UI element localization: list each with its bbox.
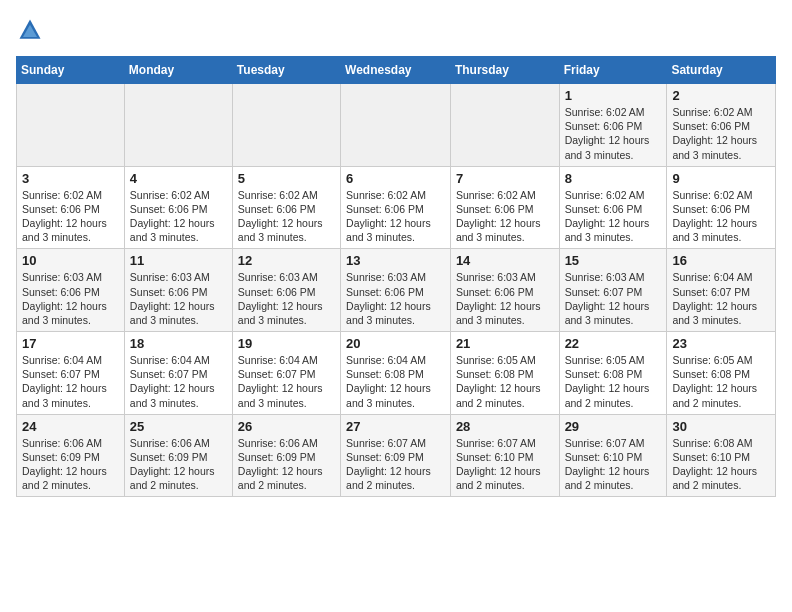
- day-info: Sunrise: 6:05 AM Sunset: 6:08 PM Dayligh…: [672, 353, 770, 410]
- day-number: 19: [238, 336, 335, 351]
- calendar-cell: 29Sunrise: 6:07 AM Sunset: 6:10 PM Dayli…: [559, 414, 667, 497]
- calendar-cell: [341, 84, 451, 167]
- day-number: 9: [672, 171, 770, 186]
- calendar-cell: 6Sunrise: 6:02 AM Sunset: 6:06 PM Daylig…: [341, 166, 451, 249]
- day-number: 4: [130, 171, 227, 186]
- calendar-week-row: 1Sunrise: 6:02 AM Sunset: 6:06 PM Daylig…: [17, 84, 776, 167]
- day-number: 5: [238, 171, 335, 186]
- day-info: Sunrise: 6:02 AM Sunset: 6:06 PM Dayligh…: [346, 188, 445, 245]
- calendar-cell: 9Sunrise: 6:02 AM Sunset: 6:06 PM Daylig…: [667, 166, 776, 249]
- calendar-cell: 12Sunrise: 6:03 AM Sunset: 6:06 PM Dayli…: [232, 249, 340, 332]
- calendar-cell: 30Sunrise: 6:08 AM Sunset: 6:10 PM Dayli…: [667, 414, 776, 497]
- day-number: 6: [346, 171, 445, 186]
- day-info: Sunrise: 6:02 AM Sunset: 6:06 PM Dayligh…: [238, 188, 335, 245]
- weekday-header: Tuesday: [232, 57, 340, 84]
- day-info: Sunrise: 6:03 AM Sunset: 6:06 PM Dayligh…: [22, 270, 119, 327]
- calendar-week-row: 3Sunrise: 6:02 AM Sunset: 6:06 PM Daylig…: [17, 166, 776, 249]
- day-info: Sunrise: 6:05 AM Sunset: 6:08 PM Dayligh…: [456, 353, 554, 410]
- day-number: 25: [130, 419, 227, 434]
- day-info: Sunrise: 6:07 AM Sunset: 6:10 PM Dayligh…: [456, 436, 554, 493]
- calendar-cell: 28Sunrise: 6:07 AM Sunset: 6:10 PM Dayli…: [450, 414, 559, 497]
- day-info: Sunrise: 6:04 AM Sunset: 6:07 PM Dayligh…: [130, 353, 227, 410]
- weekday-header: Wednesday: [341, 57, 451, 84]
- day-info: Sunrise: 6:03 AM Sunset: 6:06 PM Dayligh…: [456, 270, 554, 327]
- calendar-cell: 23Sunrise: 6:05 AM Sunset: 6:08 PM Dayli…: [667, 332, 776, 415]
- day-number: 13: [346, 253, 445, 268]
- calendar-cell: 11Sunrise: 6:03 AM Sunset: 6:06 PM Dayli…: [124, 249, 232, 332]
- day-info: Sunrise: 6:03 AM Sunset: 6:06 PM Dayligh…: [346, 270, 445, 327]
- day-info: Sunrise: 6:02 AM Sunset: 6:06 PM Dayligh…: [456, 188, 554, 245]
- calendar-table: SundayMondayTuesdayWednesdayThursdayFrid…: [16, 56, 776, 497]
- calendar-cell: 25Sunrise: 6:06 AM Sunset: 6:09 PM Dayli…: [124, 414, 232, 497]
- day-info: Sunrise: 6:04 AM Sunset: 6:07 PM Dayligh…: [22, 353, 119, 410]
- day-info: Sunrise: 6:03 AM Sunset: 6:07 PM Dayligh…: [565, 270, 662, 327]
- calendar-cell: 21Sunrise: 6:05 AM Sunset: 6:08 PM Dayli…: [450, 332, 559, 415]
- day-info: Sunrise: 6:08 AM Sunset: 6:10 PM Dayligh…: [672, 436, 770, 493]
- day-number: 14: [456, 253, 554, 268]
- calendar-header: SundayMondayTuesdayWednesdayThursdayFrid…: [17, 57, 776, 84]
- day-number: 10: [22, 253, 119, 268]
- day-number: 16: [672, 253, 770, 268]
- calendar-cell: 2Sunrise: 6:02 AM Sunset: 6:06 PM Daylig…: [667, 84, 776, 167]
- day-info: Sunrise: 6:04 AM Sunset: 6:07 PM Dayligh…: [672, 270, 770, 327]
- calendar-cell: 22Sunrise: 6:05 AM Sunset: 6:08 PM Dayli…: [559, 332, 667, 415]
- day-info: Sunrise: 6:02 AM Sunset: 6:06 PM Dayligh…: [130, 188, 227, 245]
- weekday-header: Sunday: [17, 57, 125, 84]
- weekday-header: Monday: [124, 57, 232, 84]
- calendar-cell: 20Sunrise: 6:04 AM Sunset: 6:08 PM Dayli…: [341, 332, 451, 415]
- day-info: Sunrise: 6:03 AM Sunset: 6:06 PM Dayligh…: [238, 270, 335, 327]
- day-info: Sunrise: 6:02 AM Sunset: 6:06 PM Dayligh…: [565, 188, 662, 245]
- calendar-cell: 15Sunrise: 6:03 AM Sunset: 6:07 PM Dayli…: [559, 249, 667, 332]
- day-info: Sunrise: 6:07 AM Sunset: 6:09 PM Dayligh…: [346, 436, 445, 493]
- day-number: 18: [130, 336, 227, 351]
- calendar-cell: 16Sunrise: 6:04 AM Sunset: 6:07 PM Dayli…: [667, 249, 776, 332]
- calendar-cell: 18Sunrise: 6:04 AM Sunset: 6:07 PM Dayli…: [124, 332, 232, 415]
- calendar-cell: [124, 84, 232, 167]
- logo-icon: [16, 16, 44, 44]
- day-info: Sunrise: 6:07 AM Sunset: 6:10 PM Dayligh…: [565, 436, 662, 493]
- calendar-cell: 17Sunrise: 6:04 AM Sunset: 6:07 PM Dayli…: [17, 332, 125, 415]
- weekday-header: Thursday: [450, 57, 559, 84]
- day-number: 8: [565, 171, 662, 186]
- day-info: Sunrise: 6:06 AM Sunset: 6:09 PM Dayligh…: [130, 436, 227, 493]
- day-info: Sunrise: 6:02 AM Sunset: 6:06 PM Dayligh…: [672, 188, 770, 245]
- calendar-cell: 7Sunrise: 6:02 AM Sunset: 6:06 PM Daylig…: [450, 166, 559, 249]
- calendar-week-row: 17Sunrise: 6:04 AM Sunset: 6:07 PM Dayli…: [17, 332, 776, 415]
- day-number: 27: [346, 419, 445, 434]
- day-info: Sunrise: 6:02 AM Sunset: 6:06 PM Dayligh…: [672, 105, 770, 162]
- calendar-week-row: 24Sunrise: 6:06 AM Sunset: 6:09 PM Dayli…: [17, 414, 776, 497]
- calendar-cell: [232, 84, 340, 167]
- calendar-cell: 1Sunrise: 6:02 AM Sunset: 6:06 PM Daylig…: [559, 84, 667, 167]
- calendar-cell: 27Sunrise: 6:07 AM Sunset: 6:09 PM Dayli…: [341, 414, 451, 497]
- calendar-cell: [450, 84, 559, 167]
- day-number: 21: [456, 336, 554, 351]
- day-number: 23: [672, 336, 770, 351]
- calendar-cell: 19Sunrise: 6:04 AM Sunset: 6:07 PM Dayli…: [232, 332, 340, 415]
- calendar-cell: 13Sunrise: 6:03 AM Sunset: 6:06 PM Dayli…: [341, 249, 451, 332]
- day-number: 11: [130, 253, 227, 268]
- day-number: 15: [565, 253, 662, 268]
- day-number: 20: [346, 336, 445, 351]
- calendar-cell: 24Sunrise: 6:06 AM Sunset: 6:09 PM Dayli…: [17, 414, 125, 497]
- day-number: 12: [238, 253, 335, 268]
- day-info: Sunrise: 6:02 AM Sunset: 6:06 PM Dayligh…: [565, 105, 662, 162]
- day-number: 24: [22, 419, 119, 434]
- calendar-cell: 14Sunrise: 6:03 AM Sunset: 6:06 PM Dayli…: [450, 249, 559, 332]
- day-number: 22: [565, 336, 662, 351]
- day-info: Sunrise: 6:06 AM Sunset: 6:09 PM Dayligh…: [238, 436, 335, 493]
- calendar-cell: 3Sunrise: 6:02 AM Sunset: 6:06 PM Daylig…: [17, 166, 125, 249]
- day-info: Sunrise: 6:04 AM Sunset: 6:08 PM Dayligh…: [346, 353, 445, 410]
- day-number: 28: [456, 419, 554, 434]
- day-info: Sunrise: 6:02 AM Sunset: 6:06 PM Dayligh…: [22, 188, 119, 245]
- calendar-cell: 5Sunrise: 6:02 AM Sunset: 6:06 PM Daylig…: [232, 166, 340, 249]
- weekday-header: Friday: [559, 57, 667, 84]
- day-number: 26: [238, 419, 335, 434]
- day-number: 7: [456, 171, 554, 186]
- day-number: 3: [22, 171, 119, 186]
- page-header: [16, 16, 776, 44]
- calendar-cell: [17, 84, 125, 167]
- day-info: Sunrise: 6:05 AM Sunset: 6:08 PM Dayligh…: [565, 353, 662, 410]
- day-number: 29: [565, 419, 662, 434]
- calendar-cell: 26Sunrise: 6:06 AM Sunset: 6:09 PM Dayli…: [232, 414, 340, 497]
- logo: [16, 16, 50, 44]
